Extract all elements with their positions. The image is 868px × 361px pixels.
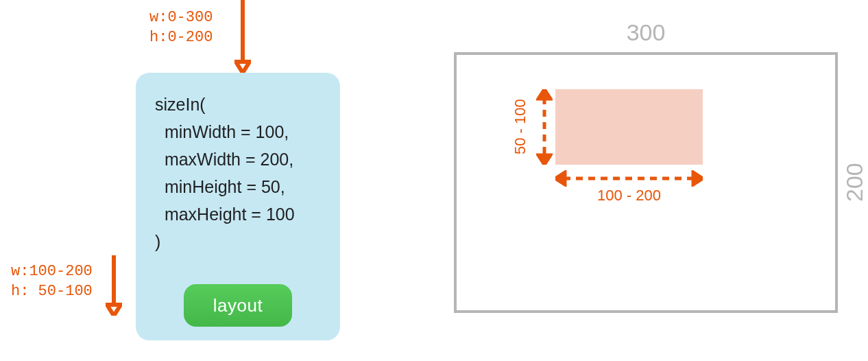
outer-box-height-label: 200	[838, 52, 868, 313]
arrow-down-icon	[234, 0, 251, 73]
incoming-height-line: h:0-200	[149, 29, 213, 46]
vertical-double-arrow-icon	[536, 89, 553, 165]
height-range-label: 50 - 100	[507, 89, 533, 165]
constraints-flow-panel: w:0-300 h:0-200 sizeIn( minWidth = 100, …	[0, 0, 370, 361]
outgoing-constraints-label: w:100-200 h: 50-100	[11, 262, 93, 301]
layout-button-label: layout	[213, 295, 263, 316]
sizein-result-rect	[555, 89, 703, 165]
sizein-code-card: sizeIn( minWidth = 100, maxWidth = 200, …	[136, 73, 340, 340]
size-visualization-panel: 300 200 50 - 100 100 - 200	[439, 0, 868, 361]
incoming-width-line: w:0-300	[149, 9, 213, 26]
layout-button[interactable]: layout	[184, 284, 292, 327]
arrow-down-icon	[106, 255, 122, 316]
code-text: sizeIn( minWidth = 100, maxWidth = 200, …	[155, 91, 321, 255]
horizontal-double-arrow-icon	[555, 170, 703, 187]
outer-box-width-label: 300	[454, 19, 838, 46]
outgoing-width-line: w:100-200	[11, 263, 93, 280]
width-range-label: 100 - 200	[555, 187, 703, 205]
incoming-constraints-label: w:0-300 h:0-200	[149, 8, 213, 47]
outgoing-height-line: h: 50-100	[11, 283, 93, 300]
